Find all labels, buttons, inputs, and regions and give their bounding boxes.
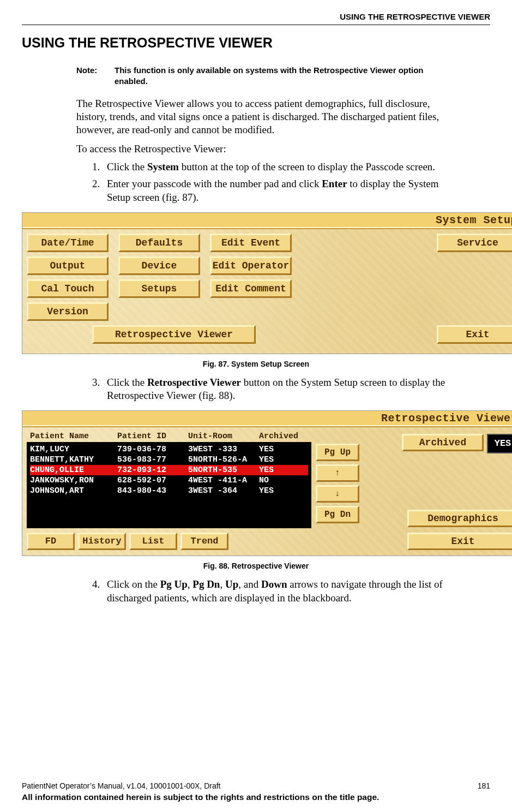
down-arrow-button[interactable]: ↓ xyxy=(316,485,359,503)
page-footer: PatientNet Operator’s Manual, v1.04, 100… xyxy=(0,781,512,802)
patient-row[interactable]: JOHNSON,ART843-980-433WEST -364YES xyxy=(30,486,308,496)
fig88-titlebar: Retrospective Viewer xyxy=(22,411,512,427)
edit-comment-button[interactable]: Edit Comment xyxy=(210,279,292,298)
demographics-button[interactable]: Demographics xyxy=(407,510,512,527)
edit-event-button[interactable]: Edit Event xyxy=(210,234,292,252)
patient-blackboard[interactable]: KIM,LUCY739-036-783WEST -333YESBENNETT,K… xyxy=(27,442,311,528)
date-time-button[interactable]: Date/Time xyxy=(27,234,109,252)
fig87-caption: Fig. 87. System Setup Screen xyxy=(22,360,490,368)
exit-button[interactable]: Exit xyxy=(437,325,512,344)
fig87-screenshot: System Setup Date/Time Defaults Edit Eve… xyxy=(22,212,512,354)
trend-button[interactable]: Trend xyxy=(180,533,228,550)
note-text: This function is only available on syste… xyxy=(115,65,457,87)
fig88-screenshot: Retrospective Viewer Patient Name Patien… xyxy=(22,410,512,556)
fig87-titlebar: System Setup xyxy=(22,213,512,229)
page-title: USING THE RETROSPECTIVE VIEWER xyxy=(22,35,490,51)
patient-row[interactable]: KIM,LUCY739-036-783WEST -333YES xyxy=(30,444,308,455)
defaults-button[interactable]: Defaults xyxy=(118,234,200,252)
note-block: Note: This function is only available on… xyxy=(76,65,457,87)
running-header: USING THE RETROSPECTIVE VIEWER xyxy=(22,12,490,21)
retrospective-viewer-button[interactable]: Retrospective Viewer xyxy=(92,325,256,344)
col-unit: Unit-Room xyxy=(188,432,259,441)
pgup-button[interactable]: Pg Up xyxy=(316,444,359,461)
list-button[interactable]: List xyxy=(129,533,177,550)
rv-exit-button[interactable]: Exit xyxy=(407,533,512,550)
col-archived: Archived xyxy=(259,432,308,441)
up-arrow-button[interactable]: ↑ xyxy=(316,464,359,482)
history-button[interactable]: History xyxy=(78,533,126,550)
page-number: 181 xyxy=(478,781,490,790)
col-id: Patient ID xyxy=(117,432,188,441)
step-4: Click on the Pg Up, Pg Dn, Up, and Down … xyxy=(103,578,457,605)
archived-value: YES xyxy=(487,434,512,453)
footer-notice: All information contained herein is subj… xyxy=(22,792,490,802)
setups-button[interactable]: Setups xyxy=(118,279,200,298)
fd-button[interactable]: FD xyxy=(27,533,75,550)
patient-row[interactable]: JANKOWSKY,RON628-592-074WEST -411-ANO xyxy=(30,475,308,486)
archived-toggle-button[interactable]: Archived xyxy=(402,434,484,451)
output-button[interactable]: Output xyxy=(27,256,109,275)
step-2: Enter your passcode with the number pad … xyxy=(103,177,457,204)
cal-touch-button[interactable]: Cal Touch xyxy=(27,279,109,298)
pgdn-button[interactable]: Pg Dn xyxy=(316,506,359,523)
footer-left: PatientNet Operator’s Manual, v1.04, 100… xyxy=(22,781,220,790)
patient-row[interactable]: CHUNG,OLLIE732-093-125NORTH-535YES xyxy=(30,465,308,475)
col-name: Patient Name xyxy=(30,432,117,441)
edit-operator-button[interactable]: Edit Operator xyxy=(210,256,292,275)
step-3: Click the Retrospective Viewer button on… xyxy=(103,376,457,403)
fig88-caption: Fig. 88. Retrospective Viewer xyxy=(22,562,490,570)
device-button[interactable]: Device xyxy=(118,256,200,275)
intro-paragraph: The Retrospective Viewer allows you to a… xyxy=(76,97,457,137)
version-button[interactable]: Version xyxy=(27,302,109,321)
note-label: Note: xyxy=(76,65,115,87)
lead-in: To access the Retrospective Viewer: xyxy=(76,143,457,155)
patient-list-headers: Patient Name Patient ID Unit-Room Archiv… xyxy=(27,431,311,442)
step-1: Click the System button at the top of th… xyxy=(103,160,457,174)
service-button[interactable]: Service xyxy=(437,234,512,252)
header-rule xyxy=(22,25,490,25)
patient-row[interactable]: BENNETT,KATHY536-983-775NORTH-526-AYES xyxy=(30,455,308,465)
